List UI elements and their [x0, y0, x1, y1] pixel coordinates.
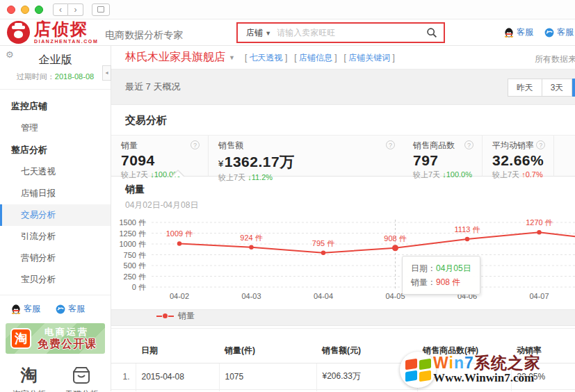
sidebar-item-宝贝分析[interactable]: 宝贝分析	[0, 269, 111, 291]
header-service-link-1[interactable]: 客服	[504, 26, 533, 38]
sidebar-item-引流分析[interactable]: 引流分析	[0, 226, 111, 247]
window-titlebar: ‹ ›	[0, 0, 575, 19]
help-icon[interactable]: ?	[464, 140, 473, 149]
sidebar-service-link-1[interactable]: 客服	[11, 303, 40, 315]
app-window: ‹ › 店侦探 DIANZHENTAN.COM 电商数据分析专家 店铺 ▼	[0, 0, 575, 392]
sidebar-item-管理[interactable]: 管理	[0, 117, 111, 139]
back-button[interactable]: ‹	[53, 3, 68, 16]
tool-天猫分析[interactable]: 天猫分析	[56, 359, 108, 392]
sidebar-service-links: 客服客服	[0, 295, 111, 322]
wangwang-icon	[544, 28, 554, 38]
wangwang-icon	[56, 304, 65, 314]
shop-title-row: 林氏木业家具旗舰店 ▼ [ 七天透视 ][ 店铺信息 ][ 店铺关键词 ] 所有…	[111, 46, 575, 70]
sidebar: ⚙ 企业版 过期时间：2018-08-08 ◂ 监控店铺管理整店分析七天透视店铺…	[0, 46, 111, 391]
forward-button[interactable]: ›	[68, 3, 83, 16]
table-cell: ¥206.33万	[316, 364, 417, 390]
banner-line2: 免费公开课	[38, 337, 97, 352]
table-cell: 33.05%	[511, 364, 575, 390]
date-range-buttons: 昨天3天7天	[508, 79, 575, 97]
table-header-cell: 销售额(元)	[316, 338, 417, 364]
shop-name[interactable]: 林氏木业家具旗舰店	[125, 50, 225, 65]
sidebar-item-营销分析[interactable]: 营销分析	[0, 247, 111, 269]
taobao-badge-icon: 淘	[10, 328, 31, 349]
brand-name: 店侦探	[34, 21, 98, 38]
svg-text:0 件: 0 件	[132, 283, 146, 291]
range-button-昨天[interactable]: 昨天	[508, 79, 542, 97]
window-icon	[97, 6, 104, 13]
brand-logo[interactable]: 店侦探 DIANZHENTAN.COM 电商数据分析专家	[7, 21, 183, 44]
qq-icon	[504, 27, 514, 38]
svg-text:04-07: 04-07	[529, 292, 549, 300]
sidebar-menu: 监控店铺管理整店分析七天透视店铺日报交易分析引流分析营销分析宝贝分析	[0, 90, 111, 295]
daily-table-card: 日期销量(件)销售额(元)销售商品数(种)动销率 1.2015-04-08107…	[111, 325, 575, 391]
tool-淘宝分析[interactable]: 淘淘宝分析	[3, 359, 56, 392]
qq-icon	[11, 304, 21, 314]
brand-domain: DIANZHENTAN.COM	[34, 39, 98, 44]
tool-grid: 淘淘宝分析天猫分析无线分析降权查询直通车推广☆店铺DSR	[0, 355, 111, 392]
table-header-row: 日期销量(件)销售额(元)销售商品数(种)动销率	[111, 338, 575, 364]
table-row[interactable]: 1.2015-04-081075¥206.33万35433.05%	[111, 364, 575, 390]
sidebar-item-交易分析[interactable]: 交易分析	[0, 204, 111, 226]
sidebar-item-七天透视[interactable]: 七天透视	[0, 161, 111, 183]
main-content: 林氏木业家具旗舰店 ▼ [ 七天透视 ][ 店铺信息 ][ 店铺关键词 ] 所有…	[111, 46, 575, 391]
edition-label: 企业版	[0, 46, 111, 67]
legend-label: 销量	[178, 310, 195, 322]
shop-link-店铺关键词[interactable]: [ 店铺关键词 ]	[344, 53, 395, 63]
stat-card-销量[interactable]: 销量?7094较上7天 ↓100.0%	[111, 136, 209, 176]
stat-card-销售商品数[interactable]: 销售商品数?797较上7天 ↓100.0%	[403, 136, 483, 176]
svg-text:924 件: 924 件	[240, 234, 262, 242]
traffic-lights	[7, 6, 43, 14]
close-window-button[interactable]	[7, 6, 15, 14]
gear-icon[interactable]: ⚙	[6, 49, 14, 60]
table-cell: 2015-04-08	[136, 364, 219, 390]
header-service-link-2[interactable]: 客服	[544, 26, 574, 38]
shop-link-七天透视[interactable]: [ 七天透视 ]	[245, 53, 287, 63]
svg-text:1250 件: 1250 件	[119, 229, 146, 238]
help-icon[interactable]: ?	[386, 140, 395, 149]
stat-card-平均动销率[interactable]: 平均动销率?32.66%较上7天 ↑0.7%	[483, 136, 554, 176]
help-icon[interactable]: ?	[191, 140, 200, 149]
chart-legend[interactable]: 销量	[156, 310, 575, 322]
table-row-partial	[111, 390, 575, 392]
shop-link-店铺信息[interactable]: [ 店铺信息 ]	[294, 53, 337, 63]
chart-block: 销量 04月02日-04月08日 0 件250 件500 件750 件1000 …	[111, 177, 575, 329]
minimize-window-button[interactable]	[21, 6, 29, 14]
table-header-cell: 动销率	[511, 338, 575, 364]
search-button[interactable]	[420, 27, 444, 38]
table-header-cell: 销售商品数(种)	[417, 338, 511, 364]
svg-text:1270 件: 1270 件	[526, 218, 553, 227]
range-button-3天[interactable]: 3天	[542, 79, 573, 97]
promo-banner[interactable]: 淘 电商运营 免费公开课	[6, 323, 105, 354]
chart-area[interactable]: 0 件250 件500 件750 件1000 件1250 件1500 件1009…	[111, 214, 575, 307]
table-cell: 354	[417, 364, 511, 390]
zoom-window-button[interactable]	[35, 6, 43, 14]
shop-search-box: 店铺 ▼	[236, 22, 445, 43]
search-input[interactable]	[277, 28, 420, 38]
svg-text:1009 件: 1009 件	[166, 229, 193, 238]
sidebar-group-label: 整店分析	[0, 139, 111, 161]
sidebar-service-link-2[interactable]: 客服	[56, 303, 85, 315]
row-index: 1.	[111, 364, 136, 390]
range-button-7天[interactable]: 7天	[572, 79, 575, 97]
data-source-note: 所有数据来自	[535, 54, 575, 65]
sidebar-toggle-button[interactable]	[92, 3, 110, 16]
chart-tooltip: 日期：04月05日 销量：908 件	[402, 256, 480, 295]
help-icon[interactable]: ?	[536, 140, 545, 149]
taobao-icon: 淘	[21, 364, 38, 386]
stat-card-销售额[interactable]: 销售额?¥1362.17万较上7天 ↓11.2%	[209, 136, 403, 176]
search-category-dropdown[interactable]: 店铺 ▼	[238, 27, 277, 39]
stats-row: 销量?7094较上7天 ↓100.0%销售额?¥1362.17万较上7天 ↓11…	[111, 135, 575, 177]
analysis-card: 交易分析 销量?7094较上7天 ↓100.0%销售额?¥1362.17万较上7…	[111, 104, 575, 310]
search-icon	[426, 27, 437, 38]
sidebar-collapse-button[interactable]: ◂	[102, 65, 111, 81]
daily-data-table: 日期销量(件)销售额(元)销售商品数(种)动销率 1.2015-04-08107…	[111, 338, 575, 391]
chevron-down-icon[interactable]: ▼	[229, 54, 235, 61]
chart-date-range: 04月02日-04月08日	[111, 196, 575, 211]
chart-title: 销量	[111, 177, 575, 196]
sidebar-item-店铺日报[interactable]: 店铺日报	[0, 183, 111, 204]
svg-text:04-03: 04-03	[241, 292, 261, 300]
history-nav: ‹ ›	[53, 3, 83, 16]
svg-text:750 件: 750 件	[124, 251, 146, 259]
svg-text:1500 件: 1500 件	[119, 218, 146, 227]
header-service-links: 客服客服	[504, 26, 574, 38]
